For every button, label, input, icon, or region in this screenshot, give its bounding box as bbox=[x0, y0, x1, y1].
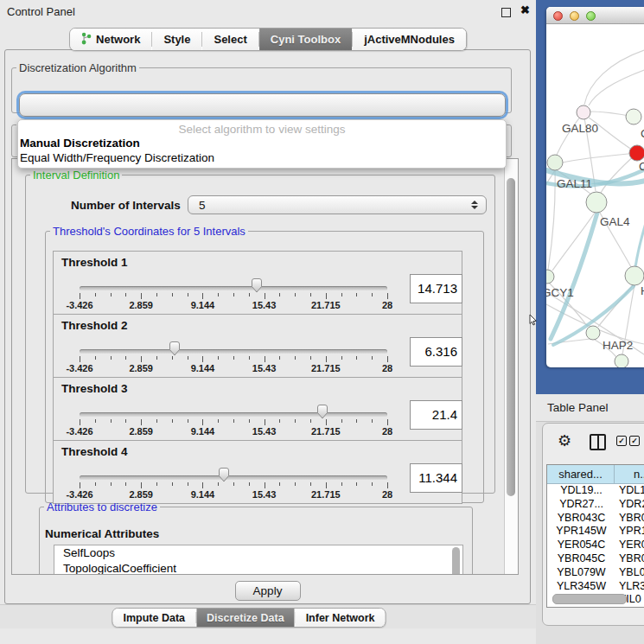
window-title: Control Panel bbox=[7, 5, 75, 18]
network-graph[interactable]: GAL80GCGAL11GAL4GCY1HHAP2 bbox=[546, 24, 644, 367]
column-header-shared-name[interactable]: shared... bbox=[547, 465, 615, 483]
slider-tick bbox=[295, 293, 296, 296]
network-node[interactable] bbox=[586, 192, 607, 213]
threshold-value-field[interactable]: 21.4 bbox=[410, 400, 462, 430]
table-row[interactable]: YBL079WYBL0 bbox=[547, 566, 644, 580]
split-columns-icon[interactable] bbox=[590, 434, 606, 450]
cell-shared-name: YDL19... bbox=[547, 484, 615, 498]
slider-tick bbox=[387, 356, 388, 362]
slider-handle-icon[interactable] bbox=[250, 277, 264, 294]
network-node[interactable] bbox=[547, 155, 563, 170]
float-panel-icon[interactable] bbox=[501, 8, 511, 17]
attribute-item-selfloops[interactable]: SelfLoops bbox=[54, 545, 462, 561]
gear-icon[interactable]: ⚙ bbox=[558, 431, 571, 450]
tab-select[interactable]: Select bbox=[202, 29, 258, 50]
slider-tick bbox=[356, 482, 357, 486]
slider-handle-icon[interactable] bbox=[217, 467, 231, 483]
network-edge[interactable] bbox=[563, 153, 637, 163]
slider-track[interactable] bbox=[80, 349, 387, 354]
slider-tick bbox=[141, 419, 142, 425]
slider-tick bbox=[295, 356, 296, 360]
checkbox-icon[interactable]: ✓ bbox=[616, 436, 627, 446]
slider-tick bbox=[141, 293, 142, 299]
column-header-name[interactable]: n... bbox=[615, 465, 644, 483]
control-panel-window: Control Panel ✖ NetworkStyleSelectCyni T… bbox=[0, 0, 536, 644]
vertical-scrollbar-thumb[interactable] bbox=[507, 178, 515, 496]
slider-tick bbox=[125, 482, 126, 486]
close-traffic-light-icon[interactable] bbox=[553, 11, 563, 21]
threshold-value-field[interactable]: 6.316 bbox=[410, 337, 462, 367]
network-node[interactable] bbox=[615, 354, 628, 367]
cell-name: YPR1 bbox=[615, 525, 644, 539]
slider-tick bbox=[172, 419, 173, 423]
slider-tick bbox=[326, 293, 327, 299]
table-row[interactable]: YER054CYER0 bbox=[547, 539, 644, 552]
network-node[interactable] bbox=[586, 326, 600, 340]
minimize-traffic-light-icon[interactable] bbox=[570, 11, 579, 21]
horizontal-scrollbar-thumb[interactable] bbox=[552, 594, 627, 604]
top-tab-strip: NetworkStyleSelectCyni ToolboxjActiveMNo… bbox=[69, 28, 467, 51]
bottom-tab-strip: Impute DataDiscretize DataInfer Network bbox=[112, 608, 386, 628]
zoom-traffic-light-icon[interactable] bbox=[586, 11, 596, 21]
slider-ticks bbox=[80, 356, 387, 362]
table-row[interactable]: YDR27...YDR2 bbox=[547, 498, 644, 512]
slider-track[interactable] bbox=[80, 286, 387, 290]
network-edge[interactable] bbox=[589, 69, 644, 105]
vertical-scrollbar[interactable] bbox=[504, 159, 518, 574]
algorithm-option-equal-width[interactable]: Equal Width/Frequency Discretization bbox=[18, 150, 506, 165]
tab-network[interactable]: Network bbox=[70, 29, 151, 50]
table-header-row: shared... n... bbox=[547, 465, 644, 484]
attribute-item-topologicalcoefficient[interactable]: TopologicalCoefficient bbox=[54, 561, 462, 575]
slider-tick-label: -3.426 bbox=[66, 300, 92, 310]
tab-jactivemnodules[interactable]: jActiveMNodules bbox=[353, 29, 466, 50]
attributes-group-title: Attributes to discretize bbox=[44, 501, 160, 513]
tab-style[interactable]: Style bbox=[152, 29, 201, 50]
slider-tick bbox=[295, 482, 296, 486]
network-edge-highlighted[interactable] bbox=[635, 223, 644, 267]
slider-tick bbox=[326, 482, 327, 488]
table-row[interactable]: YDL19...YDL1 bbox=[547, 484, 644, 498]
network-node[interactable] bbox=[626, 109, 641, 124]
checkbox-icon[interactable]: ✓ bbox=[629, 436, 640, 446]
tab-impute-data[interactable]: Impute Data bbox=[112, 609, 195, 627]
network-node[interactable] bbox=[546, 270, 554, 284]
network-edge[interactable] bbox=[584, 50, 644, 105]
slider-handle-icon[interactable] bbox=[168, 341, 182, 357]
slider-tick-label: 9.144 bbox=[191, 300, 215, 310]
network-node[interactable] bbox=[625, 266, 644, 285]
threshold-value-field[interactable]: 14.713 bbox=[410, 274, 462, 303]
tab-infer-network[interactable]: Infer Network bbox=[296, 609, 386, 627]
slider-tick bbox=[156, 419, 157, 423]
table-row[interactable]: YPR145WYPR1 bbox=[547, 525, 644, 539]
slider-handle-icon[interactable] bbox=[316, 404, 329, 420]
slider-track[interactable] bbox=[80, 412, 387, 417]
close-icon[interactable]: ✖ bbox=[520, 3, 530, 16]
network-node[interactable] bbox=[629, 145, 644, 161]
algorithm-select[interactable] bbox=[19, 93, 506, 117]
threshold-value-field[interactable]: 11.344 bbox=[410, 463, 462, 493]
table-row[interactable]: YBR045CYBR0 bbox=[547, 552, 644, 566]
slider-track[interactable] bbox=[80, 475, 387, 480]
table-row[interactable]: YBR043CYBR0 bbox=[547, 512, 644, 526]
numerical-attributes-list[interactable]: SelfLoopsTopologicalCoefficientBetweenne… bbox=[54, 545, 463, 575]
tab-discretize-data[interactable]: Discretize Data bbox=[196, 609, 295, 627]
algorithm-option-manual[interactable]: Manual Discretization bbox=[18, 136, 506, 150]
node-attribute-table[interactable]: shared... n... YDL19...YDL1YDR27...YDR2Y… bbox=[546, 464, 644, 608]
number-of-intervals-value: 5 bbox=[199, 199, 206, 212]
slider-tick-label: 15.43 bbox=[252, 489, 277, 500]
slider-tick bbox=[156, 293, 157, 296]
attributes-list-scrollbar[interactable] bbox=[452, 547, 460, 575]
slider-tick bbox=[202, 356, 203, 362]
slider-tick-label: 28 bbox=[382, 426, 392, 437]
apply-button[interactable]: Apply bbox=[235, 581, 301, 601]
tab-cyni-toolbox[interactable]: Cyni Toolbox bbox=[259, 29, 352, 50]
network-node-label: GAL4 bbox=[600, 215, 630, 228]
number-of-intervals-spinner[interactable]: 5 bbox=[188, 195, 487, 214]
slider-ticks bbox=[80, 419, 387, 425]
threshold-label: Threshold 3 bbox=[61, 382, 128, 395]
slider-tick bbox=[156, 356, 157, 360]
table-row[interactable]: YLR345WYLR3 bbox=[547, 580, 644, 594]
mouse-cursor bbox=[529, 314, 537, 329]
network-node[interactable] bbox=[577, 105, 590, 119]
tab-label: Infer Network bbox=[306, 612, 375, 624]
